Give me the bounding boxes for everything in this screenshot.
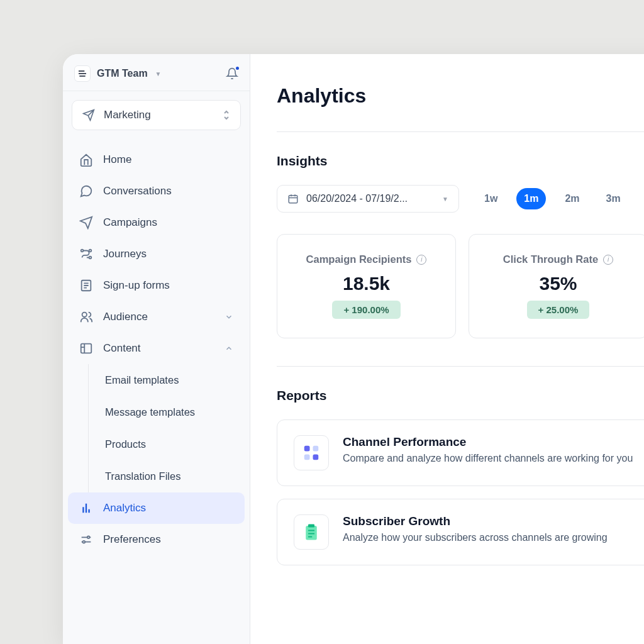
date-range-picker[interactable]: 06/20/2024 - 07/19/2... ▼	[277, 185, 459, 213]
team-logo-icon	[74, 65, 91, 82]
svg-point-4	[82, 313, 87, 317]
nav-audience[interactable]: Audience	[68, 301, 245, 333]
metric-value: 35%	[482, 273, 635, 294]
nav-home[interactable]: Home	[68, 144, 245, 175]
nav-analytics[interactable]: Analytics	[68, 492, 245, 524]
sidebar: GTM Team ▼ Marketing	[63, 54, 250, 644]
notification-dot-icon	[235, 65, 240, 71]
nav-translation-files[interactable]: Translation Files	[89, 460, 245, 492]
svg-point-7	[83, 541, 86, 543]
notifications-button[interactable]	[226, 67, 238, 80]
report-description: Compare and analyze how different channe…	[343, 452, 633, 465]
filters-row: 06/20/2024 - 07/19/2... ▼ 1w1m2m3m6m1y	[277, 185, 644, 213]
calendar-icon	[287, 193, 299, 204]
report-title: Subscriber Growth	[343, 514, 608, 528]
svg-rect-14	[308, 525, 314, 528]
send-icon	[79, 216, 93, 230]
nav-label: Campaigns	[103, 216, 157, 229]
nav-label: Preferences	[103, 533, 161, 546]
svg-rect-12	[313, 455, 319, 460]
info-icon[interactable]: i	[603, 255, 613, 265]
svg-rect-8	[289, 196, 297, 203]
form-icon	[79, 279, 93, 292]
metric-card[interactable]: Campaign Recipients i 18.5k + 190.00%	[277, 234, 456, 338]
workspace-name-label: Marketing	[104, 109, 151, 121]
divider	[277, 131, 644, 132]
nav-label: Audience	[103, 311, 148, 323]
bar-chart-icon	[79, 501, 93, 515]
network-icon	[79, 247, 93, 261]
report-card[interactable]: Channel Performance Compare and analyze …	[277, 419, 644, 486]
page-title: Analytics	[277, 84, 644, 108]
nav-preferences[interactable]: Preferences	[68, 524, 245, 555]
grid-icon	[294, 435, 329, 470]
nav-label: Conversations	[103, 185, 172, 197]
nav-sign-up-forms[interactable]: Sign-up forms	[68, 270, 245, 301]
svg-rect-13	[306, 526, 317, 540]
main-content: Analytics Insights 06/20/2024 - 07/19/2.…	[250, 54, 644, 644]
divider	[277, 366, 644, 367]
nav-email-templates[interactable]: Email templates	[89, 364, 245, 396]
range-tab-2m[interactable]: 2m	[557, 188, 587, 209]
nav-label: Content	[103, 342, 141, 355]
report-description: Analyze how your subscribers across chan…	[343, 531, 608, 545]
metric-card[interactable]: Click Through Rate i 35% + 25.00%	[469, 234, 644, 338]
nav-label: Analytics	[103, 502, 146, 514]
svg-rect-5	[81, 344, 92, 353]
svg-point-2	[89, 257, 92, 259]
range-tab-3m[interactable]: 3m	[599, 188, 628, 209]
nav-label: Journeys	[103, 248, 147, 260]
metric-delta: + 25.00%	[527, 301, 590, 319]
paper-plane-icon	[82, 109, 95, 121]
range-tab-6m[interactable]: 6m	[640, 188, 644, 209]
chat-icon	[79, 184, 93, 198]
range-tab-1m[interactable]: 1m	[516, 188, 546, 209]
nav-message-templates[interactable]: Message templates	[89, 396, 245, 428]
nav: Home Conversations Campaigns Journeys	[63, 135, 250, 564]
chevron-down-icon	[225, 313, 233, 321]
range-tab-1w[interactable]: 1w	[477, 188, 505, 209]
nav-label: Home	[103, 153, 131, 166]
svg-rect-10	[313, 446, 319, 452]
svg-point-6	[87, 536, 90, 539]
clipboard-icon	[294, 514, 329, 550]
workspace-picker[interactable]: Marketing	[72, 100, 241, 130]
nav-products[interactable]: Products	[89, 428, 245, 460]
svg-rect-11	[304, 455, 310, 460]
team-selector[interactable]: GTM Team ▼	[74, 65, 162, 82]
metric-delta: + 190.00%	[332, 301, 400, 319]
svg-rect-9	[304, 446, 310, 452]
svg-point-1	[89, 250, 92, 252]
chevron-up-icon	[225, 344, 233, 353]
report-title: Channel Performance	[343, 435, 633, 449]
home-icon	[79, 153, 93, 167]
layout-icon	[79, 341, 93, 355]
svg-point-0	[81, 250, 84, 252]
nav-campaigns[interactable]: Campaigns	[68, 207, 245, 238]
insights-heading: Insights	[277, 153, 644, 169]
metric-value: 18.5k	[290, 273, 443, 294]
nav-label: Sign-up forms	[103, 279, 170, 292]
sort-icon	[223, 110, 230, 120]
info-icon[interactable]: i	[416, 255, 426, 265]
team-name-label: GTM Team	[97, 68, 148, 79]
nav-conversations[interactable]: Conversations	[68, 175, 245, 207]
nav-journeys[interactable]: Journeys	[68, 238, 245, 270]
chevron-down-icon: ▼	[155, 70, 162, 77]
content-submenu: Email templates Message templates Produc…	[88, 364, 245, 492]
reports-heading: Reports	[277, 388, 644, 403]
nav-content[interactable]: Content	[68, 333, 245, 364]
metric-label: Campaign Recipients	[306, 253, 412, 265]
metric-label: Click Through Rate	[503, 253, 598, 265]
date-range-label: 06/20/2024 - 07/19/2...	[306, 193, 435, 204]
range-tabs: 1w1m2m3m6m1y	[477, 188, 644, 209]
reports-list: Channel Performance Compare and analyze …	[277, 419, 644, 565]
chevron-down-icon: ▼	[442, 196, 448, 203]
sidebar-header: GTM Team ▼	[63, 54, 250, 91]
users-icon	[79, 310, 93, 324]
metric-cards: Campaign Recipients i 18.5k + 190.00% Cl…	[277, 234, 644, 338]
app-window: GTM Team ▼ Marketing	[63, 54, 644, 644]
sliders-icon	[79, 533, 93, 547]
report-card[interactable]: Subscriber Growth Analyze how your subsc…	[277, 499, 644, 565]
